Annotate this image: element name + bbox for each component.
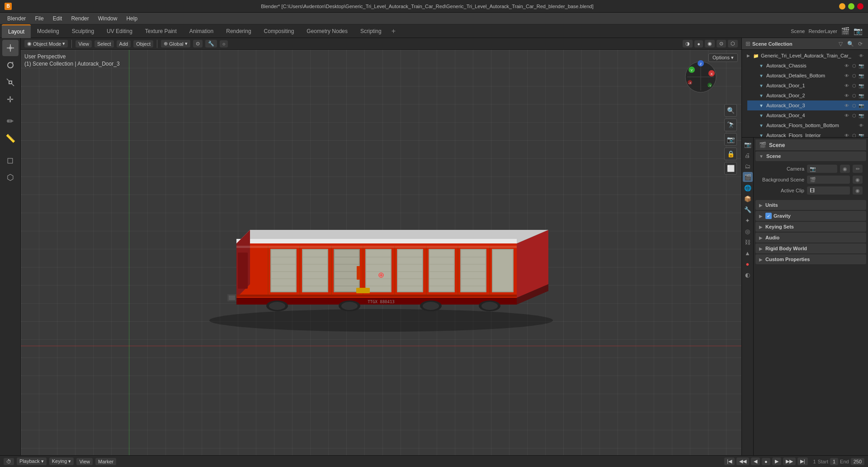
- render-icon[interactable]: 📷: [858, 112, 864, 119]
- outliner-filter-btn[interactable]: ▽: [836, 40, 844, 48]
- tl-stop-btn[interactable]: ●: [762, 458, 770, 465]
- tab-layout[interactable]: Layout: [2, 24, 31, 38]
- view-menu[interactable]: View: [75, 40, 92, 48]
- viewport-xray[interactable]: ⬡: [728, 40, 738, 48]
- outliner-item-door3[interactable]: ▼ Autorack_Door_3 👁 ⬡ 📷: [747, 100, 868, 110]
- custom-properties-header[interactable]: ▶ Custom Properties: [755, 254, 866, 264]
- zoom-out-button[interactable]: 🔭: [724, 119, 737, 131]
- props-viewlayer-icon[interactable]: 🗂: [743, 161, 753, 171]
- viewport-3d[interactable]: TTGX 880413 Us: [21, 50, 741, 455]
- close-button[interactable]: [857, 3, 863, 10]
- camera-view-button[interactable]: 📷: [724, 133, 737, 146]
- camera-browse-btn[interactable]: ◉: [840, 165, 850, 173]
- restrict-icon[interactable]: ⬡: [851, 62, 857, 69]
- camera-value[interactable]: 📷: [807, 165, 837, 173]
- tool-scale[interactable]: [2, 74, 19, 91]
- tl-play-btn[interactable]: ▶: [772, 457, 781, 465]
- restrict-icon[interactable]: ⬡: [851, 112, 857, 119]
- props-scene-icon[interactable]: 🎬: [743, 172, 753, 182]
- camera-new-btn[interactable]: ✏: [853, 165, 863, 173]
- bg-scene-browse-btn[interactable]: ◉: [853, 176, 863, 184]
- tab-rendering[interactable]: Rendering: [220, 24, 257, 38]
- rigid-body-world-header[interactable]: ▶ Rigid Body World: [755, 243, 866, 253]
- outliner-item-door2[interactable]: ▼ Autorack_Door_2 👁 ⬡ 📷: [747, 91, 868, 100]
- snapping[interactable]: 🔧: [205, 40, 217, 48]
- scene-icon[interactable]: 🎬: [841, 27, 850, 35]
- eye-icon[interactable]: 👁: [844, 112, 850, 119]
- pivot-center[interactable]: ⊙: [193, 40, 203, 48]
- active-clip-browse-btn[interactable]: ◉: [853, 186, 863, 195]
- menu-blender[interactable]: Blender: [4, 14, 29, 23]
- props-material-icon[interactable]: ●: [743, 259, 753, 269]
- add-workspace-button[interactable]: +: [388, 25, 399, 37]
- render-icon[interactable]: 📷: [858, 72, 864, 79]
- render-icon[interactable]: 📷: [858, 92, 864, 99]
- outliner-search-btn[interactable]: 🔍: [846, 40, 854, 48]
- proportional-edit[interactable]: ○: [220, 40, 228, 48]
- tl-view-btn[interactable]: View: [76, 458, 93, 465]
- props-physics-icon[interactable]: ◎: [743, 226, 753, 236]
- restrict-icon[interactable]: ⬡: [851, 92, 857, 99]
- outliner-scene-collection[interactable]: ▶ 📁 Generic_Tri_Level_Autorack_Train_Car…: [742, 51, 868, 61]
- props-render-icon[interactable]: 📷: [743, 139, 753, 149]
- maximize-button[interactable]: [848, 3, 854, 10]
- render-layer-icon[interactable]: 📷: [854, 27, 863, 35]
- render-icon[interactable]: 📷: [858, 132, 864, 138]
- tab-modeling[interactable]: Modeling: [31, 24, 66, 38]
- audio-section-header[interactable]: ▶ Audio: [755, 233, 866, 243]
- menu-render[interactable]: Render: [67, 14, 92, 23]
- select-menu[interactable]: Select: [94, 40, 114, 48]
- tl-playback-btn[interactable]: Playback ▾: [17, 457, 47, 465]
- viewport-shading-solid[interactable]: ◑: [683, 40, 693, 48]
- tab-geometry-nodes[interactable]: Geometry Nodes: [300, 24, 354, 38]
- tl-back-btn[interactable]: ◀: [751, 457, 760, 465]
- tool-add-cylinder[interactable]: ⬡: [2, 169, 19, 186]
- tab-texture-paint[interactable]: Texture Paint: [139, 24, 183, 38]
- props-constraints-icon[interactable]: ⛓: [743, 237, 753, 247]
- outliner-item-floors-interior[interactable]: ▼ Autorack_Floors_Interior 👁 ⬡ 📷: [747, 130, 868, 138]
- props-data-icon[interactable]: ▲: [743, 248, 753, 258]
- scene-section-header[interactable]: ▼ Scene: [755, 151, 866, 161]
- frame-all-button[interactable]: ⬜: [724, 162, 737, 175]
- tl-step-back-btn[interactable]: ◀◀: [736, 457, 749, 465]
- viewport-shading-rendered[interactable]: ◉: [705, 40, 715, 48]
- start-frame-input[interactable]: 1: [830, 458, 838, 465]
- props-shading-icon[interactable]: ◐: [743, 270, 753, 280]
- eye-icon[interactable]: 👁: [844, 62, 850, 69]
- keying-sets-header[interactable]: ▶ Keying Sets: [755, 222, 866, 232]
- gravity-checkbox[interactable]: ✓: [765, 213, 772, 219]
- menu-edit[interactable]: Edit: [49, 14, 66, 23]
- eye-icon[interactable]: 👁: [844, 72, 850, 79]
- tl-step-fwd-btn[interactable]: ▶▶: [783, 457, 796, 465]
- tool-move[interactable]: [2, 40, 19, 56]
- lock-camera-button[interactable]: 🔒: [724, 148, 737, 160]
- gravity-section-header[interactable]: ▶ ✓ Gravity: [755, 211, 866, 221]
- tab-sculpting[interactable]: Sculpting: [66, 24, 100, 38]
- restrict-icon[interactable]: ⬡: [851, 72, 857, 79]
- menu-file[interactable]: File: [31, 14, 47, 23]
- zoom-in-button[interactable]: 🔍: [724, 104, 737, 117]
- navigation-gizmo[interactable]: X Y Z -X -Y: [683, 59, 719, 95]
- eye-icon[interactable]: 👁: [844, 82, 850, 89]
- tl-jump-end-btn[interactable]: ▶|: [797, 457, 808, 465]
- tab-uv-editing[interactable]: UV Editing: [100, 24, 139, 38]
- tab-scripting[interactable]: Scripting: [354, 24, 388, 38]
- restrict-icon[interactable]: ⬡: [851, 102, 857, 109]
- tool-measure[interactable]: 📏: [2, 130, 19, 147]
- viewport-shading-material[interactable]: ●: [694, 40, 703, 48]
- restrict-icon[interactable]: ⬡: [851, 82, 857, 89]
- eye-icon[interactable]: 👁: [858, 122, 864, 129]
- menu-window[interactable]: Window: [94, 14, 121, 23]
- props-output-icon[interactable]: 🖨: [743, 150, 753, 160]
- props-world-icon[interactable]: 🌐: [743, 183, 753, 193]
- outliner-sync-btn[interactable]: ⟳: [856, 40, 864, 48]
- transform-space[interactable]: ⊕ Global ▾: [161, 40, 190, 48]
- tool-transform[interactable]: ✛: [2, 91, 19, 108]
- tool-rotate[interactable]: [2, 57, 19, 73]
- minimize-button[interactable]: [839, 3, 845, 10]
- props-object-icon[interactable]: 📦: [743, 194, 753, 204]
- outliner-item-door1[interactable]: ▼ Autorack_Door_1 👁 ⬡ 📷: [747, 81, 868, 91]
- active-clip-value[interactable]: 🎞: [807, 186, 850, 195]
- object-menu[interactable]: Object: [133, 40, 153, 48]
- tool-add-cube[interactable]: ◻: [2, 152, 19, 168]
